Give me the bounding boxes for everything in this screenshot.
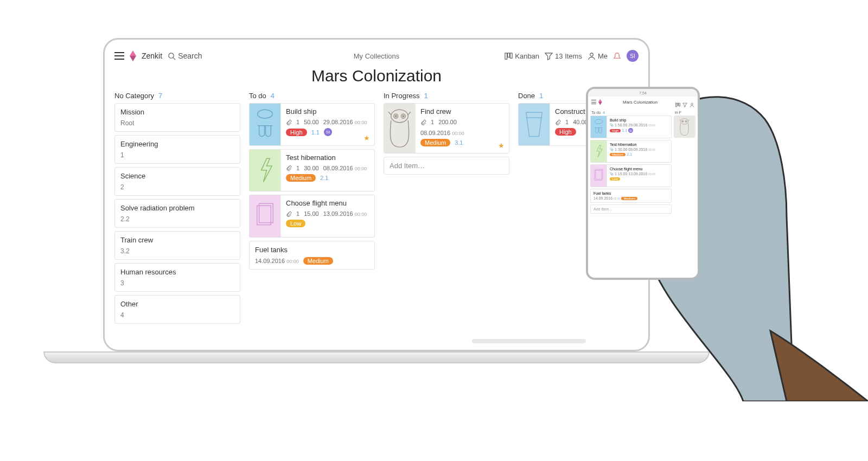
card-date: 08.09.2016 00:00: [420, 130, 464, 136]
card-subtitle: 3: [120, 279, 234, 287]
card[interactable]: Choose flight menu1 15.00 13.09.2016 00:…: [249, 195, 375, 238]
column-header: In Progress 1: [384, 92, 509, 100]
laptop-base: [43, 351, 710, 363]
card-number: 2.1: [320, 175, 328, 181]
card[interactable]: Other4: [114, 295, 240, 324]
attachment-icon: [286, 165, 292, 171]
priority-badge: Medium: [303, 257, 333, 265]
attach-count: 1: [296, 119, 299, 125]
card-title: Choose flight menu: [286, 199, 369, 207]
filter-button[interactable]: 13 Items: [545, 52, 582, 60]
menu-button[interactable]: [114, 52, 124, 60]
kanban-icon: [505, 52, 513, 60]
bell-icon[interactable]: [613, 52, 621, 60]
card[interactable]: Construct eng1 40.00 High: [518, 103, 642, 146]
card-title: Engineering: [120, 140, 234, 148]
column-header: No Category 7: [114, 92, 240, 100]
user-icon: [588, 52, 596, 60]
attach-count: 1: [296, 165, 299, 171]
svg-rect-3: [508, 53, 510, 57]
phone-kanban-icon[interactable]: [675, 100, 680, 105]
card[interactable]: Train crew3.2: [114, 231, 240, 260]
me-button[interactable]: Me: [588, 52, 608, 60]
priority-badge: Medium: [286, 174, 316, 182]
me-label: Me: [598, 52, 608, 60]
card[interactable]: Fuel tanks14.09.2016 00:00 Medium: [249, 241, 375, 270]
column-count: 4: [271, 92, 275, 100]
svg-rect-18: [676, 103, 677, 107]
priority-badge: High: [555, 128, 576, 136]
phone-user-icon[interactable]: [690, 100, 694, 105]
card-number: 3.1: [455, 139, 463, 146]
column-name: To do: [249, 92, 266, 100]
attach-count: 1: [431, 119, 434, 125]
svg-point-21: [691, 103, 693, 105]
svg-point-13: [403, 116, 404, 117]
svg-rect-2: [505, 53, 507, 59]
card-subtitle: 3.2: [120, 247, 234, 255]
card[interactable]: Find crew1 200.00 08.09.2016 00:00Medium…: [384, 103, 509, 153]
column: In Progress 1Find crew1 200.00 08.09.201…: [384, 92, 509, 343]
avatar[interactable]: SI: [627, 50, 639, 62]
card[interactable]: Science2: [114, 167, 240, 196]
priority-badge: Medium: [420, 139, 450, 146]
phone-column: In F: [674, 110, 695, 276]
card-date: 13.09.2016 00:00: [323, 210, 367, 217]
filter-icon: [545, 52, 553, 60]
svg-point-28: [682, 121, 683, 121]
assignee-avatar: SI: [324, 128, 332, 136]
card-date: 14.09.2016 00:00: [255, 258, 299, 264]
card[interactable]: Human resources3: [114, 263, 240, 292]
svg-point-5: [590, 53, 593, 56]
card-subtitle: 1: [120, 151, 234, 159]
card-thumb: [250, 104, 281, 145]
star-icon[interactable]: ★: [363, 134, 370, 142]
svg-line-1: [173, 57, 175, 60]
card-cost: 200.00: [438, 119, 457, 125]
column-name: Done: [518, 92, 535, 100]
column-count: 7: [158, 92, 162, 100]
logo-icon: [130, 50, 136, 61]
add-item-input[interactable]: Add Item…: [384, 157, 509, 175]
svg-line-31: [688, 119, 690, 121]
card-title: Train crew: [120, 236, 234, 244]
card-title: Build ship: [286, 107, 369, 116]
items-label: 13 Items: [555, 52, 582, 60]
attachment-icon: [420, 119, 426, 125]
card-subtitle: Root: [120, 119, 234, 127]
svg-point-25: [680, 118, 688, 124]
column-count: 1: [539, 92, 543, 100]
column-name: In Progress: [384, 92, 419, 100]
kanban-board: No Category 7MissionRootEngineering1Scie…: [111, 92, 642, 343]
svg-rect-20: [679, 103, 680, 106]
phone-filter-icon[interactable]: [682, 100, 687, 105]
card-title: Human resources: [120, 268, 234, 276]
view-switch[interactable]: Kanban: [505, 52, 539, 60]
view-label: Kanban: [515, 52, 539, 60]
column-header: Done 1: [518, 92, 642, 100]
card[interactable]: Build ship1 50.00 29.08.2016 00:00High 1…: [249, 103, 375, 146]
attach-count: 1: [565, 119, 569, 125]
card-cost: 30.00: [304, 165, 319, 171]
attachment-icon: [555, 119, 561, 125]
card-thumb: [519, 104, 550, 145]
card-title: Science: [120, 172, 234, 180]
card-cost: 40.00: [573, 119, 588, 125]
topbar: Zenkit Search My Collections Kanban 13 I…: [111, 46, 642, 66]
svg-point-6: [258, 110, 273, 118]
card-cost: 50.00: [304, 119, 319, 125]
card[interactable]: MissionRoot: [114, 103, 240, 132]
card-subtitle: 4: [120, 311, 234, 319]
column: No Category 7MissionRootEngineering1Scie…: [114, 92, 240, 343]
search-label: Search: [178, 52, 202, 60]
card-subtitle: 2.2: [120, 215, 234, 223]
app-window: Zenkit Search My Collections Kanban 13 I…: [111, 46, 642, 343]
svg-line-30: [679, 119, 681, 121]
card[interactable]: Solve radiation problem2.2: [114, 199, 240, 228]
card[interactable]: Engineering1: [114, 135, 240, 164]
card-subtitle: 2: [120, 183, 234, 191]
star-icon[interactable]: ★: [498, 142, 505, 150]
card-title: Construct eng: [555, 107, 639, 116]
search-button[interactable]: Search: [168, 52, 202, 60]
card[interactable]: Test hibernation1 30.00 08.09.2016 00:00…: [249, 149, 375, 192]
